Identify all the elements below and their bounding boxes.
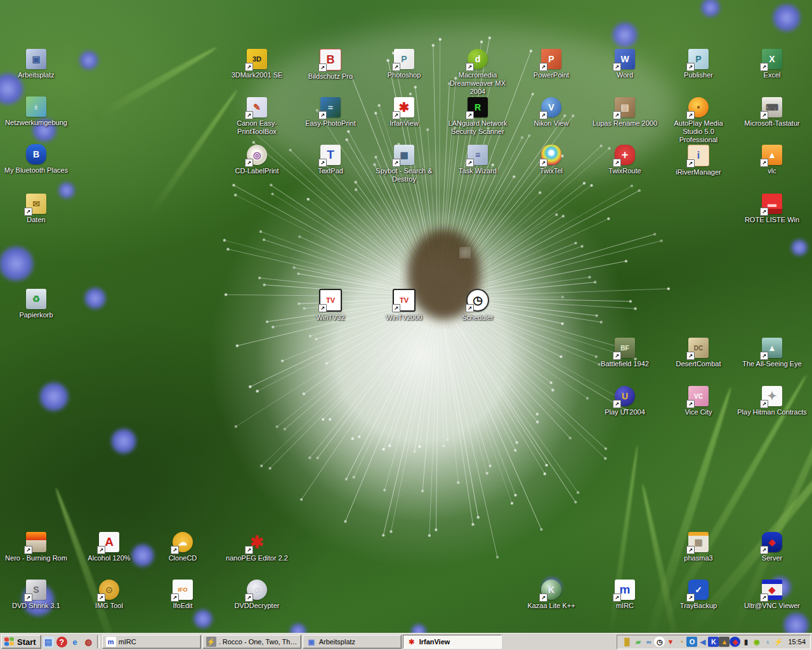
bluetooth-icon[interactable]: ◆ — [730, 637, 740, 647]
shortcut-arrow-icon: ↗ — [686, 400, 695, 408]
desktop-icon-battlefield-1942[interactable]: BF↗Battlefield 1942 — [590, 338, 660, 368]
flag-cell — [4, 637, 9, 642]
desktop-icon-scheduler[interactable]: ◷↗Scheduler — [443, 289, 513, 322]
red-round-icon[interactable]: ◍ — [82, 636, 95, 648]
desktop-icon-mirc-label: mIRC — [616, 602, 634, 610]
desktop-icon-vice-city[interactable]: VC↗Vice City — [664, 386, 733, 416]
desktop-icon-rote-liste[interactable]: ▬↗ROTE LISTE Win — [737, 194, 807, 224]
desktop-icon-publisher[interactable]: P↗Publisher — [664, 49, 733, 79]
desktop-icon-netzwerkumgebung[interactable]: ♁Netzwerkumgebung — [1, 96, 71, 127]
desktop-icon-ifoedit-glyph: IFO↗ — [173, 580, 193, 600]
taskbar-task-mirc[interactable]: mmIRC — [102, 635, 201, 649]
start-button[interactable]: Start — [1, 635, 41, 649]
internet-explorer-icon[interactable]: e — [69, 636, 81, 648]
desktop-icon-nero-burning-rom-label: Nero - Burning Rom — [5, 554, 67, 562]
desktop-icon-twixtel[interactable]: ↗TwixTel — [516, 145, 586, 175]
desktop-icon-arbeitsplatz[interactable]: ▣Arbeitsplatz — [1, 49, 71, 79]
padlock-icon[interactable]: ▉ — [622, 637, 632, 647]
desktop-icon-bildschutz-pro[interactable]: B↗Bildschutz Pro — [296, 49, 365, 81]
desktop-icon-play-ut2004[interactable]: U↗Play UT2004 — [590, 386, 660, 416]
desktop-icon-powerpoint[interactable]: P↗PowerPoint — [516, 49, 586, 79]
shortcut-arrow-icon: ↗ — [97, 594, 105, 602]
desktop-icon-twixroute[interactable]: +↗TwixRoute — [590, 145, 660, 175]
desktop-icon-nanopeg-editor[interactable]: ✱↗nanoPEG Editor 2.2 — [222, 532, 292, 562]
desktop-icon-canon-easy-printtoolbox[interactable]: ✎↗Canon Easy-PrintToolBox — [222, 97, 292, 136]
desktop-icon-easy-photoprint[interactable]: ≈↗Easy-PhotoPrint — [296, 97, 365, 128]
desktop-icon-ultravnc-viewer[interactable]: ◆↗Ultr@VNC Viewer — [737, 580, 807, 610]
volume-icon[interactable]: ◀ — [697, 637, 708, 647]
help-monitor-icon[interactable]: ? — [56, 636, 68, 648]
taskbar-clock[interactable]: 15:54 — [788, 638, 806, 646]
desktop-icon-phasma3[interactable]: ▦↗phasma3 — [664, 532, 733, 562]
desktop-icon-daten[interactable]: ✉↗Daten — [1, 194, 71, 224]
desktop-icon-microsoft-tastatur[interactable]: ⌨↗Microsoft-Tastatur — [737, 97, 807, 128]
desktop-icon-word[interactable]: W↗Word — [590, 49, 660, 79]
desktop-icon-battlefield-1942-label: Battlefield 1942 — [601, 360, 649, 368]
desktop-icon-desertcombat[interactable]: DC↗DesertCombat — [664, 338, 733, 368]
desktop-icon-dreamweaver[interactable]: d↗Macromedia Dreamweaver MX 2004 — [443, 49, 513, 96]
desktop-icon-irivermanager[interactable]: i↗iRiverManager — [664, 145, 733, 176]
timer-icon[interactable]: ◔ — [676, 637, 686, 647]
desktop-icon-nero-burning-rom[interactable]: ↗Nero - Burning Rom — [1, 532, 71, 562]
kazaa-tray-icon[interactable]: K — [708, 637, 719, 647]
desktop-icon-ifoedit[interactable]: IFO↗IfoEdit — [148, 580, 218, 610]
shortcut-arrow-icon: ↗ — [539, 111, 547, 119]
desktop-icon-my-bluetooth-places[interactable]: BMy Bluetooth Places — [1, 144, 71, 175]
desktop-icon-kazaa-lite[interactable]: K↗Kazaa Lite K++ — [516, 580, 586, 610]
globe-icon[interactable]: ♁ — [762, 637, 773, 647]
desktop-icon-lupas-rename[interactable]: ▤↗Lupas Rename 2000 — [590, 97, 660, 128]
desktop-icon-nanopeg-editor-glyph: ✱↗ — [247, 532, 267, 552]
desktop-icon-scheduler-glyph: ◷↗ — [466, 289, 489, 312]
shortcut-arrow-icon: ↗ — [539, 594, 547, 602]
desktop-icon-play-hitman-contracts[interactable]: ✦↗Play Hitman Contracts — [737, 386, 807, 416]
blue-o-icon[interactable]: O — [686, 637, 697, 647]
desktop-icon-traybackup[interactable]: ✓↗TrayBackup — [664, 580, 733, 610]
phone-icon[interactable]: ▮ — [740, 637, 751, 647]
desktop-icon-3dmark2001[interactable]: 3D↗3DMark2001 SE — [222, 49, 292, 79]
taskbar-task-arbeitsplatz[interactable]: ▣Arbeitsplatz — [303, 635, 402, 649]
flame-icon[interactable]: ▲ — [719, 637, 730, 647]
desktop-icon-server[interactable]: ◆↗Server — [737, 532, 807, 562]
desktop-icon-twixroute-glyph: +↗ — [615, 145, 635, 165]
bluetooth-links-icon[interactable]: ∞ — [643, 637, 654, 647]
desktop-icon-clonecd[interactable]: ☁↗CloneCD — [148, 532, 218, 562]
desktop-icon-cd-labelprint[interactable]: ◎↗CD-LabelPrint — [222, 145, 292, 175]
desktop-icon-dvddecrypter[interactable]: ◌↗DVDDecrypter — [222, 580, 292, 610]
memory-card-icon[interactable]: ▰ — [632, 637, 643, 647]
desktop-icon-traybackup-label: TrayBackup — [680, 602, 717, 610]
desktop-icon-languard-label: LANguard Network Security Scanner — [443, 119, 513, 136]
desktop-icon-mirc[interactable]: m↗mIRC — [590, 580, 660, 610]
desktop-icon-img-tool[interactable]: ⊙↗IMG Tool — [74, 580, 144, 610]
show-desktop-icon[interactable]: ▤ — [43, 636, 55, 648]
desktop-icon-spybot[interactable]: ▦↗Spybot - Search & Destroy — [369, 145, 439, 183]
taskbar-task-irfanview-icon: ✱ — [407, 637, 417, 647]
shortcut-arrow-icon: ↗ — [466, 304, 474, 312]
desktop-icon-wintv2000[interactable]: TV↗WinTV2000 — [369, 289, 439, 322]
desktop-icon-photoshop[interactable]: P↗Photoshop — [369, 49, 439, 79]
desktop-icon-dvd-shrink[interactable]: S↗DVD Shrink 3.1 — [1, 580, 71, 610]
desktop-icon-wintv32[interactable]: TV↗WinTV32 — [296, 289, 365, 322]
desktop-icon-alcohol-120[interactable]: A↗Alcohol 120% — [74, 532, 144, 562]
taskbar-task-winamp-rocco[interactable]: ⚡. Rocco - One, Two, Thr... — [202, 635, 301, 649]
taskbar-task-irfanview[interactable]: ✱IrfanView — [403, 635, 502, 649]
fox-icon[interactable]: ▼ — [665, 637, 676, 647]
desktop-icon-autoplay-media-studio[interactable]: •↗AutoPlay Media Studio 5.0 Professional — [664, 97, 733, 145]
nvidia-icon[interactable]: ◉ — [751, 637, 762, 647]
desktop-icon-nikon-view[interactable]: V↗Nikon View — [516, 97, 586, 128]
desktop-icon-languard[interactable]: R↗LANguard Network Security Scanner — [443, 97, 513, 136]
desktop-icon-papierkorb[interactable]: ♻Papierkorb — [1, 289, 71, 319]
taskbar-task-mirc-icon: m — [106, 637, 116, 647]
lightning-icon[interactable]: ⚡ — [773, 637, 783, 647]
scheduler-clock-icon[interactable]: ◷ — [654, 637, 665, 647]
desktop-icon-task-wizard[interactable]: ≡↗Task Wizard — [443, 145, 513, 175]
desktop-icon-excel[interactable]: X↗Excel — [737, 49, 807, 79]
desktop-background[interactable]: ▣Arbeitsplatz♁NetzwerkumgebungBMy Blueto… — [0, 0, 812, 633]
desktop-icon-irfanview[interactable]: ✱↗IrfanView — [369, 97, 439, 128]
desktop-icon-vlc[interactable]: ▲↗vlc — [737, 145, 807, 175]
desktop-icon-textpad[interactable]: T↗TextPad — [296, 145, 365, 175]
desktop-icon-dvd-shrink-glyph: S↗ — [26, 580, 46, 600]
shortcut-arrow-icon: ↗ — [760, 594, 768, 602]
taskbar-divider — [97, 635, 100, 648]
shortcut-arrow-icon: ↗ — [760, 159, 768, 167]
desktop-icon-all-seeing-eye[interactable]: ▲↗The All-Seeing Eye — [737, 338, 807, 368]
